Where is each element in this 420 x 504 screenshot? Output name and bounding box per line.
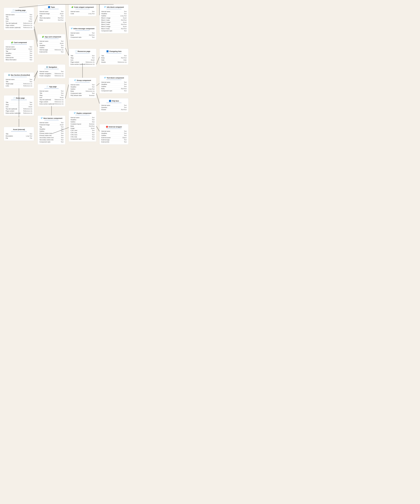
table-row: TitleText — [6, 81, 32, 83]
icon-faq-item: 🟦 — [109, 100, 111, 102]
table-row: FAQ default stateBoolean — [71, 94, 95, 96]
card-title-info-block: 💎 Info block component — [101, 6, 127, 8]
icon-landing-page: 📄 — [12, 9, 14, 11]
table-row: TitleText — [6, 16, 32, 18]
table-row: External linkText — [101, 141, 127, 143]
card-inline-message: 💎 Inline message component Internal name… — [69, 26, 96, 40]
table-row: HeadlineText — [101, 13, 127, 15]
table-row: Block 2 imageAsset — [101, 21, 127, 23]
table-row: Component styleText — [40, 141, 64, 143]
table-row: HeadlineText — [71, 119, 95, 121]
svg-line-9 — [34, 71, 38, 81]
divider — [75, 53, 90, 54]
table-row: Internal nameText — [101, 104, 127, 106]
divider — [106, 79, 122, 80]
card-info-block: 💎 Info block component Internal nameText… — [100, 4, 129, 33]
divider — [11, 12, 27, 12]
card-app-page: 📄 App page Internal nameText TitleText S… — [38, 84, 65, 107]
card-changelog-item: 🟦 Changelog item TitleText BodyRichText … — [100, 49, 129, 65]
table-row: SublineText — [40, 47, 64, 49]
table-row: ImageAsset — [71, 127, 95, 129]
table-row: BodyRichText — [101, 88, 127, 90]
table-row: Header navigationReference (n) — [40, 72, 64, 75]
table-row: Internal nameText — [71, 117, 95, 119]
card-title-asset-internal: Asset (internal) — [6, 129, 32, 130]
table-row: SlugText — [6, 18, 32, 20]
table-row: Block 2 bodyRichText — [101, 23, 127, 25]
table-row: BodyRichText — [101, 57, 127, 59]
table-row: External assetObject — [101, 137, 127, 139]
icon-card-component: 🧩 — [11, 42, 13, 43]
table-row: Secondary button textText — [40, 137, 64, 139]
table-row: AssetsReference (n) — [101, 61, 127, 63]
table-row: SlugText — [40, 94, 64, 96]
table-row: Primary button textText — [40, 132, 64, 134]
table-row: SublineText — [101, 85, 127, 88]
table-row: SublineText — [101, 134, 127, 137]
divider — [106, 129, 122, 129]
card-title-topic: 🟦 Topic — [40, 6, 64, 8]
table-row: Component styleText — [101, 90, 127, 92]
table-row: Internal pageReference (1) — [40, 49, 64, 51]
table-row: Block 3 bodyRichText — [101, 28, 127, 30]
table-row: External linkText — [40, 51, 64, 53]
card-demo-page: 📄 Demo page TitleText SlugText IconAsset… — [4, 95, 34, 116]
icon-info-block: 💎 — [104, 6, 106, 8]
table-row: Component styleText — [101, 30, 127, 32]
card-topic: 🟦 Topic Internal nameText Featured image… — [38, 4, 65, 23]
icon-duplex: 💎 — [74, 112, 76, 114]
table-row: Internal nameText — [71, 84, 95, 86]
icon-hero-banner: 💎 — [41, 117, 43, 119]
divider — [11, 131, 27, 132]
table-row: Featured imageAsset — [40, 124, 64, 126]
table-row: CTA 2 textText — [71, 134, 95, 136]
card-external-wrapper: 🔴 External wrapper Internal nameText Hea… — [100, 124, 129, 144]
card-title-inline-message: 💎 Inline message component — [71, 28, 95, 30]
card-card-component: 🧩 Card component Internal nameText Featu… — [4, 40, 34, 62]
table-row: IconAsset — [40, 42, 64, 44]
icon-demo-page: 📄 — [13, 97, 15, 99]
divider — [75, 115, 90, 115]
table-row: Page contentReference (1) — [40, 101, 64, 103]
table-row: Internal nameText — [101, 81, 127, 83]
card-title-faq-item: 🟦 FAQ Item — [101, 100, 127, 102]
card-title-text-block: 💎 Text block component — [101, 77, 127, 79]
svg-line-19 — [96, 57, 100, 64]
table-row: SublineText — [71, 121, 95, 123]
card-group-component: 💎 Group component Internal nameText Head… — [69, 78, 96, 98]
svg-line-6 — [65, 22, 69, 55]
table-row: IconAsset — [71, 59, 95, 61]
svg-line-13 — [96, 83, 100, 86]
table-row: HeadlineText — [71, 86, 95, 88]
table-row: Footer navigationReference (n) — [40, 75, 64, 77]
card-resources-page: 📄 Resources page TitleText SlugText Icon… — [69, 49, 96, 67]
table-row: Component styleText — [71, 92, 95, 94]
icon-changelog-item: 🟦 — [106, 50, 108, 52]
table-row: QuestionText — [101, 106, 127, 108]
table-row: TitleText — [6, 133, 32, 135]
table-row: Meta informationText — [6, 59, 32, 61]
card-nav-section: ⚙️ Nav Section (Contentful) Internal nam… — [4, 72, 34, 89]
icon-navigation: ⚙️ — [46, 66, 48, 68]
divider — [44, 9, 59, 9]
divider — [106, 53, 122, 54]
table-row: HeadlineText — [40, 44, 64, 47]
table-row: Block 3 imageAsset — [101, 25, 127, 28]
table-row: FileFile — [6, 137, 32, 139]
table-row: Top slot (optional)Reference (n) — [40, 99, 64, 101]
divider — [11, 77, 27, 77]
card-title-nav-section: ⚙️ Nav Section (Contentful) — [6, 74, 32, 76]
card-navigation: ⚙️ Navigation Internal nameText Header n… — [38, 64, 65, 78]
icon-text-block: 💎 — [104, 77, 106, 79]
table-row: CTA 2 linkText — [71, 136, 95, 138]
card-landing-page: 📄 Landing page Internal nameText TitleTe… — [4, 8, 34, 30]
table-row: Page contentReference (1) — [71, 61, 95, 63]
table-row: Top slot (optional)Reference (n) — [6, 22, 32, 24]
divider — [11, 100, 27, 100]
table-row: SlugText — [71, 57, 95, 59]
table-row: TagText — [40, 126, 64, 128]
table-row: DescriptionLong Text — [6, 135, 32, 137]
table-row: CTA 1 textText — [71, 129, 95, 132]
table-row: BodyReference (n) — [71, 90, 95, 92]
table-row: TitleText — [40, 15, 64, 17]
